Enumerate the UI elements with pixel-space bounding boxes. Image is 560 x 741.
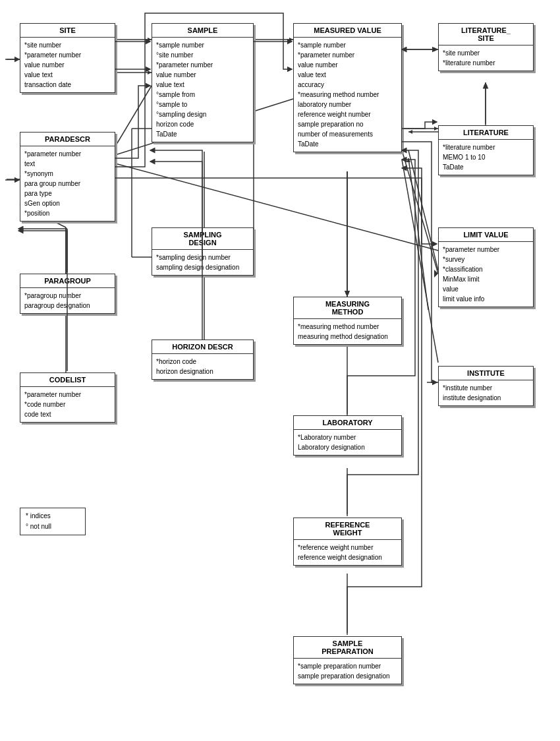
field: *horizon code	[156, 357, 249, 367]
entity-horizon-descr-fields: *horizon code horizon designation	[152, 354, 253, 379]
field: *measuring method number	[298, 90, 397, 100]
entity-site-title: SITE	[20, 24, 115, 38]
svg-line-29	[408, 150, 438, 270]
entity-literature-fields: *literature number MEMO 1 to 10 TaDate	[439, 140, 533, 175]
field: *sample number	[156, 40, 249, 50]
entity-literature-site-fields: *site number *literature number	[439, 45, 533, 71]
field: *sampling design number	[156, 252, 249, 262]
legend-box: * indices ° not null	[20, 508, 86, 535]
field: *Laboratory number	[298, 432, 397, 442]
entity-literature-site-title: LITERATURE_SITE	[439, 24, 533, 45]
field: value number	[298, 60, 397, 70]
entity-literature-site: LITERATURE_SITE *site number *literature…	[438, 23, 534, 71]
field: *parameter number	[24, 50, 111, 60]
entity-sample-title: SAMPLE	[152, 24, 253, 38]
entity-sampling-design: SAMPLINGDESIGN *sampling design number s…	[152, 227, 254, 276]
field: *code number	[24, 400, 111, 409]
field: paragroup designation	[24, 301, 111, 311]
field: number of measurements	[298, 129, 397, 139]
svg-line-31	[408, 158, 428, 310]
field: *site number	[443, 48, 529, 58]
entity-codelist: CODELIST *parameter number *code number …	[20, 372, 115, 423]
field: laboratory number	[298, 100, 397, 109]
field: value number	[156, 70, 249, 80]
field: *literature number	[443, 58, 529, 68]
entity-paragroup: PARAGROUP *paragroup number paragroup de…	[20, 274, 115, 314]
entity-paradescr-title: PARADESCR	[20, 133, 115, 146]
entity-sample-preparation-fields: *sample preparation number sample prepar…	[294, 659, 401, 684]
field: TaDate	[156, 129, 249, 139]
field: TaDate	[298, 139, 397, 149]
field: sGen option	[24, 198, 111, 208]
field: reference weight designation	[298, 552, 397, 562]
field: °site number	[156, 50, 249, 60]
field: *reference weight number	[298, 543, 397, 552]
entity-institute-title: INSTITUTE	[439, 367, 533, 380]
entity-paragroup-title: PARAGROUP	[20, 274, 115, 288]
field: *paragroup number	[24, 291, 111, 301]
svg-marker-27	[484, 82, 488, 86]
entity-codelist-title: CODELIST	[20, 373, 115, 387]
entity-sample-fields: *sample number °site number *parameter n…	[152, 38, 253, 142]
entity-reference-weight-title: REFERENCEWEIGHT	[294, 518, 401, 540]
field: horizon designation	[156, 367, 249, 376]
field: value	[443, 284, 529, 294]
field: horizon code	[156, 119, 249, 129]
entity-limit-value-fields: *parameter number *survey *classificatio…	[439, 242, 533, 307]
field: code text	[24, 409, 111, 419]
field: *parameter number	[156, 60, 249, 70]
entity-literature: LITERATURE *literature number MEMO 1 to …	[438, 125, 534, 175]
entity-horizon-descr: HORIZON DESCR *horizon code horizon desi…	[152, 340, 254, 380]
field: sample preparation no	[298, 119, 397, 129]
diagram-container: SITE *site number *parameter number valu…	[0, 0, 560, 741]
field: *survey	[443, 254, 529, 264]
field: *parameter number	[298, 50, 397, 60]
field: limit value info	[443, 294, 529, 304]
field: *site number	[24, 40, 111, 50]
entity-laboratory-title: LABORATORY	[294, 416, 401, 430]
entity-sampling-design-title: SAMPLINGDESIGN	[152, 228, 253, 250]
field: *position	[24, 208, 111, 218]
field: sample preparation designation	[298, 671, 397, 681]
entity-paragroup-fields: *paragroup number paragroup designation	[20, 288, 115, 313]
entity-limit-value-title: LIMIT VALUE	[439, 228, 533, 242]
legend-indices: * indices	[26, 511, 80, 521]
field: *parameter number	[443, 245, 529, 254]
entity-limit-value: LIMIT VALUE *parameter number *survey *c…	[438, 227, 534, 307]
entity-institute-fields: *institute number institute designation	[439, 380, 533, 405]
svg-line-41	[402, 160, 438, 363]
entity-measuring-method-fields: *measuring method number measuring metho…	[294, 319, 401, 344]
entity-codelist-fields: *parameter number *code number code text	[20, 387, 115, 422]
entity-site-fields: *site number *parameter number value num…	[20, 38, 115, 92]
field: *sample number	[298, 40, 397, 50]
entity-sample: SAMPLE *sample number °site number *para…	[152, 23, 254, 142]
entity-measured-value-title: MEASURED VALUE	[294, 24, 401, 38]
entity-horizon-descr-title: HORIZON DESCR	[152, 340, 253, 354]
entity-literature-title: LITERATURE	[439, 126, 533, 140]
field: °sampling design	[156, 109, 249, 119]
field: TaDate	[443, 162, 529, 172]
field: *sample preparation number	[298, 661, 397, 671]
entity-laboratory-fields: *Laboratory number Laboratory designatio…	[294, 430, 401, 455]
field: MEMO 1 to 10	[443, 152, 529, 162]
entity-measured-value: MEASURED VALUE *sample number *parameter…	[293, 23, 402, 152]
field: °sample to	[156, 100, 249, 109]
field: accuracy	[298, 80, 397, 90]
svg-line-39	[402, 150, 438, 274]
field: para group number	[24, 179, 111, 189]
field: value number	[24, 60, 111, 70]
field: value text	[298, 70, 397, 80]
field: sampling design designation	[156, 262, 249, 272]
svg-marker-32	[406, 158, 410, 162]
field: *classification	[443, 264, 529, 274]
field: reference weight number	[298, 109, 397, 119]
entity-reference-weight-fields: *reference weight number reference weigh…	[294, 540, 401, 565]
field: *parameter number	[24, 390, 111, 400]
entity-laboratory: LABORATORY *Laboratory number Laboratory…	[293, 415, 402, 456]
entity-paradescr-fields: *parameter number text *synonym para gro…	[20, 146, 115, 221]
field: *institute number	[443, 383, 529, 393]
entity-institute: INSTITUTE *institute number institute de…	[438, 366, 534, 406]
field: *parameter number	[24, 149, 111, 159]
field: para type	[24, 189, 111, 198]
field: MinMax limit	[443, 274, 529, 284]
